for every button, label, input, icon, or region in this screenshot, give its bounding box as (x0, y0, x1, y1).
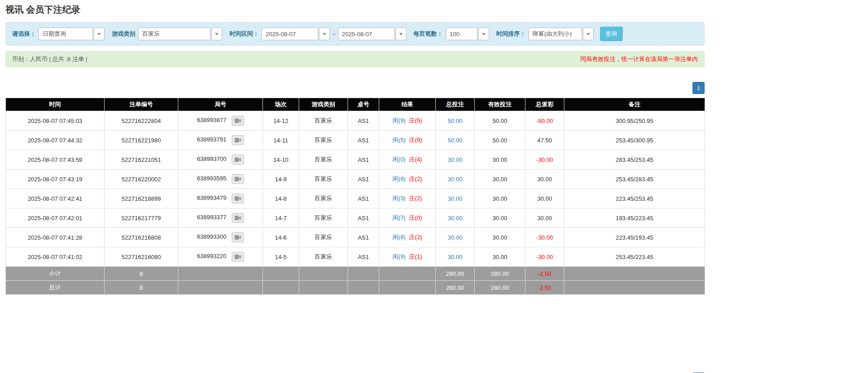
round-video-button[interactable] (232, 213, 244, 223)
game-type-input[interactable] (138, 28, 210, 40)
round-video-button[interactable] (232, 155, 244, 165)
cell-result: 闲(9) 庄(1) (379, 247, 436, 267)
summary-notice: 同局有效投注，统一计算在该局第一张注单内 (580, 55, 698, 63)
sort-order-label: 时间排序： (496, 30, 526, 38)
round-video-button[interactable] (232, 174, 244, 184)
cell-valid-bet: 30.00 (475, 228, 525, 247)
game-type-combo (138, 28, 222, 40)
cell-bet-id: 522716218899 (105, 189, 178, 208)
video-icon (234, 157, 241, 162)
cell-game-type: 百家乐 (299, 247, 348, 267)
round-number: 638993479 (197, 194, 226, 201)
page-size-label: 每页笔数： (414, 30, 443, 38)
page-size-combo (446, 28, 489, 40)
cell-table: AS1 (348, 131, 379, 150)
date-from-caret-button[interactable] (319, 28, 330, 40)
date-to-input[interactable] (338, 28, 395, 40)
cell-bet-id: 522716220002 (105, 170, 178, 189)
result-banker: 庄(2) (409, 195, 422, 202)
total-bet-link[interactable]: 30.00 (448, 234, 463, 241)
empty-cell (379, 281, 436, 295)
cell-round: 638993479 (178, 189, 263, 208)
round-video-button[interactable] (232, 252, 244, 262)
cell-bet-id: 522716216080 (105, 247, 178, 267)
cell-valid-bet: 30.00 (475, 170, 525, 189)
bet-records-table: 时间 注单编号 局号 场次 游戏类别 桌号 结果 总投注 有效投注 总派彩 备注… (5, 98, 705, 295)
result-banker: 庄(5) (409, 117, 422, 124)
cell-time: 2025-08-07 07:41:28 (6, 228, 105, 247)
round-video-button[interactable] (232, 194, 244, 203)
total-bet-link[interactable]: 30.00 (448, 254, 463, 260)
total-bet-link[interactable]: 50.00 (448, 137, 463, 144)
select-type-input[interactable] (38, 28, 93, 40)
video-icon (234, 137, 241, 143)
cell-total-bet: 30.00 (436, 150, 475, 170)
cell-session: 14-6 (263, 228, 299, 247)
cell-session: 14-7 (263, 208, 299, 228)
search-button[interactable]: 查询 (600, 27, 623, 41)
round-video-button[interactable] (232, 135, 244, 145)
round-video-button[interactable] (232, 232, 244, 242)
cell-valid-bet: 30.00 (475, 189, 525, 208)
cell-time: 2025-08-07 07:41:02 (6, 247, 105, 267)
cell-payout: -30.00 (525, 228, 564, 247)
date-to-caret-button[interactable] (396, 28, 406, 40)
cell-total-bet: 30.00 (436, 228, 475, 247)
total-payout: -2.50 (525, 281, 564, 295)
cell-payout: 30.00 (525, 208, 564, 228)
cell-time: 2025-08-07 07:45:03 (6, 111, 105, 131)
cell-time: 2025-08-07 07:43:59 (6, 150, 105, 170)
result-player: 闲(9) (392, 253, 405, 260)
table-row: 2025-08-07 07:41:02 522716216080 6389932… (6, 247, 705, 267)
cell-valid-bet: 30.00 (475, 208, 525, 228)
cell-payout: 30.00 (525, 170, 564, 189)
select-type-caret-button[interactable] (94, 28, 105, 40)
cell-payout: -30.00 (525, 150, 564, 170)
subtotal-label: 小计 (6, 267, 105, 281)
cell-note: 253.45/300.95 (564, 131, 705, 150)
result-banker: 庄(9) (409, 137, 422, 143)
empty-cell (564, 281, 705, 295)
page-size-caret-button[interactable] (478, 28, 489, 40)
video-icon (234, 176, 241, 182)
cell-time: 2025-08-07 07:44:32 (6, 131, 105, 150)
caret-down-icon (587, 33, 590, 35)
table-row: 2025-08-07 07:43:59 522716221051 6389937… (6, 150, 705, 170)
round-video-button[interactable] (232, 116, 244, 126)
cell-note: 300.95/250.95 (564, 111, 705, 131)
total-count: 8 (105, 281, 178, 295)
table-row: 2025-08-07 07:43:19 522716220002 6389935… (6, 170, 705, 189)
result-player: 闲(7) (392, 214, 405, 221)
sort-order-caret-button[interactable] (583, 28, 594, 40)
date-from-input[interactable] (262, 28, 318, 40)
subtotal-row: 小计 8 280.00 280.00 -2.50 (6, 267, 705, 281)
total-row: 总计 8 280.00 280.00 -2.50 (6, 281, 705, 295)
result-player: 闲(3) (392, 195, 405, 202)
cell-total-bet: 30.00 (436, 247, 475, 267)
total-valid-bet: 280.00 (475, 281, 525, 295)
page-size-input[interactable] (446, 28, 477, 40)
game-type-caret-button[interactable] (211, 28, 222, 40)
cell-time: 2025-08-07 07:43:19 (6, 170, 105, 189)
result-player: 闲(5) (392, 137, 405, 143)
result-player: 闲(8) (392, 175, 405, 182)
cell-result: 闲(7) 庄(0) (379, 208, 436, 228)
cell-valid-bet: 30.00 (475, 247, 525, 267)
caret-down-icon (215, 33, 219, 35)
total-bet-link[interactable]: 50.00 (448, 118, 463, 124)
round-number: 638993220 (197, 253, 226, 260)
col-valid-bet: 有效投注 (475, 98, 525, 111)
cell-valid-bet: 30.00 (475, 150, 525, 170)
col-bet-id: 注单编号 (105, 98, 178, 111)
total-bet-link[interactable]: 30.00 (448, 176, 463, 183)
total-bet-link[interactable]: 30.00 (448, 215, 463, 222)
table-row: 2025-08-07 07:41:28 522716216808 6389933… (6, 228, 705, 247)
pagination-page-1-top[interactable]: 1 (692, 82, 705, 94)
cell-game-type: 百家乐 (299, 111, 348, 131)
total-bet-link[interactable]: 30.00 (448, 156, 463, 163)
video-icon (234, 215, 241, 221)
cell-game-type: 百家乐 (299, 170, 348, 189)
total-bet-link[interactable]: 30.00 (448, 195, 463, 202)
result-banker: 庄(4) (409, 156, 422, 163)
sort-order-input[interactable] (529, 28, 582, 40)
